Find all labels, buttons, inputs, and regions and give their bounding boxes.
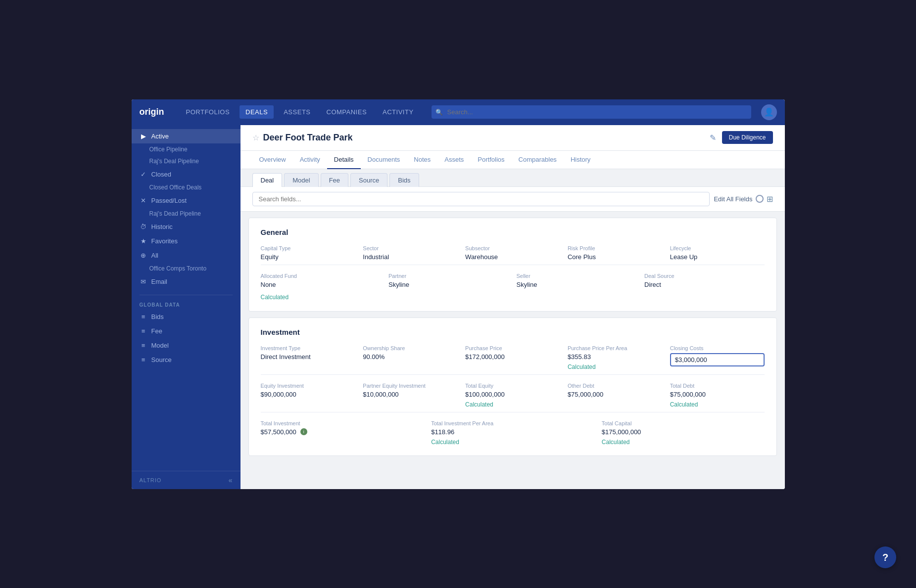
field-capital-type: Capital Type Equity	[261, 245, 355, 261]
field-partner-equity-investment: Partner Equity Investment $10,000,000	[363, 383, 457, 408]
calculated-link-total-investment-area[interactable]: Calculated	[431, 439, 594, 446]
field-deal-source: Deal Source Direct	[644, 273, 765, 288]
field-equity-investment: Equity Investment $90,000,000	[261, 383, 355, 408]
calculated-link-general[interactable]: Calculated	[261, 294, 289, 301]
sidebar-item-label: Passed/Lost	[151, 197, 187, 204]
sidebar-item-email[interactable]: ✉ Email	[132, 274, 241, 289]
field-risk-profile: Risk Profile Core Plus	[568, 245, 662, 261]
global-data-label: GLOBAL DATA	[132, 297, 241, 310]
tab-details[interactable]: Details	[327, 151, 361, 169]
nav-portfolios[interactable]: PORTFOLIOS	[180, 105, 236, 119]
tab-history[interactable]: History	[564, 151, 597, 169]
nav-assets[interactable]: ASSETS	[278, 105, 316, 119]
help-button[interactable]: ?	[874, 546, 896, 568]
sub-tab-fee[interactable]: Fee	[321, 173, 348, 187]
field-closing-costs: Closing Costs	[670, 345, 765, 370]
due-diligence-button[interactable]: Due Diligence	[722, 131, 773, 144]
field-subsector: Subsector Warehouse	[465, 245, 560, 261]
radio-circle[interactable]	[756, 195, 764, 203]
sidebar-item-label: Fee	[151, 327, 162, 335]
calculated-link-total-equity[interactable]: Calculated	[465, 401, 560, 408]
active-icon: ▶	[140, 133, 147, 140]
sidebar-item-label: Model	[151, 342, 169, 349]
nav-deals[interactable]: DEALS	[240, 105, 274, 119]
sidebar-item-label: Closed	[151, 171, 171, 178]
tab-documents[interactable]: Documents	[361, 151, 407, 169]
sidebar-item-source[interactable]: ≡ Source	[132, 353, 241, 367]
field-total-capital: Total Capital $175,000,000 Calculated	[602, 420, 765, 446]
field-sector: Sector Industrial	[363, 245, 457, 261]
field-total-debt: Total Debt $75,000,000 Calculated	[670, 383, 765, 408]
fee-icon: ≡	[140, 327, 147, 335]
source-icon: ≡	[140, 356, 147, 363]
sidebar-item-bids[interactable]: ≡ Bids	[132, 310, 241, 324]
calculated-link-total-capital[interactable]: Calculated	[602, 439, 765, 446]
altrio-label: ALTRIO	[140, 477, 162, 483]
bids-icon: ≡	[140, 313, 147, 320]
email-icon: ✉	[140, 278, 147, 285]
sidebar-item-closed[interactable]: ✓ Closed	[132, 167, 241, 181]
tab-comparables[interactable]: Comparables	[512, 151, 564, 169]
nav-companies[interactable]: COMPANIES	[321, 105, 373, 119]
sidebar-item-rajs-dead-pipeline[interactable]: Raj's Dead Pipeline	[132, 208, 241, 220]
field-seller: Seller Skyline	[517, 273, 637, 288]
sub-tab-model[interactable]: Model	[284, 173, 318, 187]
calculated-link-total-debt[interactable]: Calculated	[670, 401, 765, 408]
global-search-input[interactable]	[432, 105, 751, 119]
sidebar-item-label: Source	[151, 356, 172, 363]
sidebar-item-model[interactable]: ≡ Model	[132, 338, 241, 353]
field-lifecycle: Lifecycle Lease Up	[670, 245, 765, 261]
page-title: Deer Foot Trade Park	[263, 133, 353, 143]
sidebar-item-fee[interactable]: ≡ Fee	[132, 324, 241, 338]
general-section: General Capital Type Equity Sector Indus…	[248, 218, 777, 312]
collapse-icon[interactable]: «	[229, 476, 233, 484]
tab-notes[interactable]: Notes	[407, 151, 437, 169]
closed-icon: ✓	[140, 171, 147, 178]
sidebar-item-rajs-deal-pipeline[interactable]: Raj's Deal Pipeline	[132, 155, 241, 167]
sidebar-item-label: Email	[151, 278, 168, 285]
sidebar-item-office-pipeline[interactable]: Office Pipeline	[132, 143, 241, 155]
sidebar-item-all[interactable]: ⊕ All	[132, 248, 241, 263]
investment-section-title: Investment	[261, 328, 765, 336]
tab-assets[interactable]: Assets	[437, 151, 471, 169]
sidebar-item-active[interactable]: ▶ Active	[132, 129, 241, 143]
user-avatar[interactable]: 👤	[761, 104, 777, 120]
historic-icon: ⏱	[140, 223, 147, 230]
favorites-icon: ★	[140, 237, 147, 245]
app-logo: origin	[140, 107, 164, 117]
sidebar-item-historic[interactable]: ⏱ Historic	[132, 220, 241, 234]
favorite-star-icon[interactable]: ☆	[252, 133, 259, 142]
sidebar-item-passed-lost[interactable]: ✕ Passed/Lost	[132, 193, 241, 208]
sidebar-item-label: Historic	[151, 223, 173, 230]
field-investment-type: Investment Type Direct Investment	[261, 345, 355, 370]
sub-tab-bids[interactable]: Bids	[389, 173, 419, 187]
field-total-equity: Total Equity $100,000,000 Calculated	[465, 383, 560, 408]
sub-tab-source[interactable]: Source	[350, 173, 387, 187]
passed-lost-icon: ✕	[140, 197, 147, 204]
general-section-title: General	[261, 228, 765, 236]
filter-icon[interactable]: ⊞	[767, 194, 773, 204]
sidebar-item-favorites[interactable]: ★ Favorites	[132, 234, 241, 248]
field-purchase-price-per-area: Purchase Price per Area $355.83 Calculat…	[568, 345, 662, 370]
edit-all-fields[interactable]: Edit All Fields ⊞	[714, 194, 772, 204]
nav-activity[interactable]: ACTIVITY	[377, 105, 420, 119]
tab-overview[interactable]: Overview	[252, 151, 293, 169]
all-icon: ⊕	[140, 252, 147, 259]
sidebar-item-office-comps-toronto[interactable]: Office Comps Toronto	[132, 263, 241, 274]
closing-costs-input[interactable]	[670, 353, 765, 366]
field-purchase-price: Purchase Price $172,000,000	[465, 345, 560, 370]
edit-icon-button[interactable]: ✎	[708, 131, 718, 144]
field-ownership-share: Ownership Share 90.00%	[363, 345, 457, 370]
tab-portfolios[interactable]: Portfolios	[471, 151, 511, 169]
field-search-input[interactable]	[252, 192, 710, 206]
calculated-link-purchase-price[interactable]: Calculated	[568, 363, 662, 370]
field-allocated-fund: Allocated Fund None	[261, 273, 381, 288]
sidebar-item-label: Bids	[151, 313, 164, 320]
field-total-investment: Total Investment $57,500,000 i	[261, 420, 424, 446]
field-total-investment-per-area: Total Investment per Area $118.96 Calcul…	[431, 420, 594, 446]
sidebar-item-closed-office-deals[interactable]: Closed Office Deals	[132, 181, 241, 193]
info-icon[interactable]: i	[300, 428, 307, 435]
sidebar-item-label: All	[151, 252, 158, 259]
sub-tab-deal[interactable]: Deal	[252, 173, 283, 187]
tab-activity[interactable]: Activity	[293, 151, 327, 169]
